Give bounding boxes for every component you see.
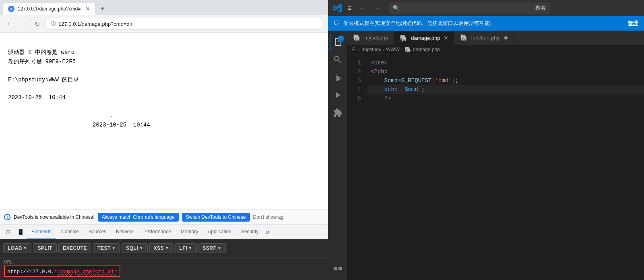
devtools-tab-more[interactable]: » bbox=[263, 228, 272, 236]
devtools-tab-elements[interactable]: Elements bbox=[27, 225, 56, 239]
activity-source-control-icon[interactable] bbox=[330, 69, 346, 85]
restricted-text: 受限模式旨在实现安全地浏览代码。信任此窗口以启用所有功能。 bbox=[343, 20, 625, 27]
activity-run-icon[interactable] bbox=[330, 87, 346, 103]
devtools-tab-security[interactable]: Security bbox=[236, 225, 263, 239]
activity-remote-icon[interactable] bbox=[330, 261, 346, 277]
browser-content: 驱动器 E 中的卷是 ware 卷的序列号是 99E9-E2F5 E:\phps… bbox=[0, 33, 328, 209]
back-btn[interactable]: ← bbox=[4, 18, 15, 29]
vscode-titlebar: ≡ ← → 🔍 搜索 bbox=[328, 0, 644, 16]
dir-output: 驱动器 E 中的卷是 ware 卷的序列号是 99E9-E2F5 E:\phps… bbox=[8, 39, 320, 138]
vscode-search-bar[interactable]: 🔍 搜索 bbox=[389, 2, 550, 14]
activity-badge: 1 bbox=[338, 35, 344, 42]
reload-btn[interactable]: ↻ bbox=[31, 18, 43, 29]
activity-bar: 1 bbox=[328, 31, 347, 280]
tab-php-icon-function: 🐘 bbox=[460, 34, 468, 41]
devtools-icon-inspect[interactable]: ⊡ bbox=[2, 226, 14, 238]
test-btn[interactable]: TEST▼ bbox=[93, 243, 120, 253]
editor-area: 🐘 mysql.php 🐘 damage.php ✕ 🐘 function.ph… bbox=[347, 31, 644, 280]
notify-text: DevTools is now available in Chinese! bbox=[14, 214, 95, 220]
tab-damage-close-btn[interactable]: ✕ bbox=[444, 35, 448, 41]
devtools-tab-application[interactable]: Application bbox=[203, 225, 236, 239]
url-bar: URL http://127.0.0.1/damage.php?cmd=dir bbox=[0, 257, 328, 280]
devtools-tab-network[interactable]: Network bbox=[111, 225, 138, 239]
devtools-tab-performance[interactable]: Performance bbox=[138, 225, 176, 239]
browser-tab-bar: ● 127.0.0.1/damage.php?cmd= ✕ + bbox=[0, 0, 328, 15]
devtools-tab-memory[interactable]: Memory bbox=[176, 225, 203, 239]
lfi-btn[interactable]: LFI▼ bbox=[175, 243, 197, 253]
load-btn[interactable]: LOAD▼ bbox=[3, 243, 31, 253]
restricted-banner: 🛡 受限模式旨在实现安全地浏览代码。信任此窗口以启用所有功能。 管理 bbox=[328, 16, 644, 31]
tab-php-icon-mysql: 🐘 bbox=[353, 34, 361, 41]
code-editor[interactable]: 1 <pre> 2 <?php 3 $cmd=$_REQUEST['cmd'];… bbox=[347, 54, 644, 280]
vscode-back-btn[interactable]: ← bbox=[357, 2, 368, 14]
vscode-forward-btn[interactable]: → bbox=[373, 2, 384, 14]
tab-function-dot bbox=[504, 36, 508, 39]
vscode-search-label: 搜索 bbox=[535, 4, 546, 12]
vscode-main-area: 1 🐘 mysql.php bbox=[328, 31, 644, 280]
svg-rect-0 bbox=[334, 267, 337, 270]
breadcrumb-php-icon: 🐘 bbox=[405, 46, 411, 53]
ssrf-btn[interactable]: SSRF▼ bbox=[198, 243, 226, 253]
always-match-btn[interactable]: Always match Chrome's language bbox=[98, 213, 179, 222]
forward-btn[interactable]: → bbox=[18, 18, 29, 29]
editor-tabs: 🐘 mysql.php 🐘 damage.php ✕ 🐘 function.ph… bbox=[347, 31, 644, 45]
activity-search-icon[interactable] bbox=[330, 52, 346, 68]
tab-mysql-php[interactable]: 🐘 mysql.php bbox=[347, 31, 394, 45]
shield-icon: 🛡 bbox=[334, 20, 340, 27]
url-label: URL bbox=[4, 260, 324, 264]
url-input-text: http://127.0.0.1/damage.php?cmd=dir bbox=[7, 269, 117, 275]
address-text: 127.0.0.1/damage.php?cmd=dir bbox=[58, 21, 132, 27]
dot-marker: . bbox=[109, 112, 113, 119]
new-tab-btn[interactable]: + bbox=[97, 3, 108, 15]
devtools-tabs-bar: ⊡ 📱 Elements Console Sources Network Per… bbox=[0, 225, 328, 239]
active-tab[interactable]: ● 127.0.0.1/damage.php?cmd= ✕ bbox=[3, 3, 95, 15]
restricted-manage-btn[interactable]: 管理 bbox=[628, 20, 638, 27]
tool-buttons-bar: LOAD▼ SPLIT EXECUTE TEST▼ SQLI▼ XSS▼ LFI… bbox=[0, 239, 328, 257]
split-btn[interactable]: SPLIT bbox=[33, 243, 57, 253]
xss-btn[interactable]: XSS▼ bbox=[149, 243, 173, 253]
tab-close-btn[interactable]: ✕ bbox=[85, 6, 90, 12]
code-line-3: 3 $cmd=$_REQUEST['cmd']; bbox=[347, 76, 644, 85]
code-line-4: 4 echo `$cmd`; bbox=[347, 85, 644, 94]
editor-breadcrumb: E: › phpstudy › WWW › 🐘 damage.php bbox=[347, 45, 644, 54]
activity-files-icon[interactable]: 1 bbox=[330, 34, 346, 50]
tab-favicon: ● bbox=[8, 6, 14, 12]
code-line-1: 1 <pre> bbox=[347, 58, 644, 67]
devtools-tab-console[interactable]: Console bbox=[56, 225, 84, 239]
info-icon: i bbox=[4, 214, 10, 220]
address-bar[interactable]: ⓘ 127.0.0.1/damage.php?cmd=dir bbox=[45, 18, 324, 30]
address-lock-icon: ⓘ bbox=[51, 21, 56, 27]
vscode-logo-icon bbox=[333, 3, 343, 13]
tab-title: 127.0.0.1/damage.php?cmd= bbox=[18, 6, 80, 12]
devtools-notification-bar: i DevTools is now available in Chinese! … bbox=[0, 209, 328, 225]
code-line-5: 5 ?> bbox=[347, 94, 644, 103]
svg-rect-1 bbox=[339, 267, 342, 270]
tab-damage-php[interactable]: 🐘 damage.php ✕ bbox=[394, 31, 454, 45]
code-line-2: 2 <?php bbox=[347, 67, 644, 76]
execute-btn[interactable]: EXECUTE bbox=[58, 243, 91, 253]
devtools-icon-device[interactable]: 📱 bbox=[14, 226, 27, 238]
vscode-search-icon: 🔍 bbox=[393, 5, 400, 11]
dont-show-btn[interactable]: Don't show ag bbox=[253, 214, 284, 220]
sqli-btn[interactable]: SQLI▼ bbox=[122, 243, 147, 253]
browser-navbar: ← → ↻ ⓘ 127.0.0.1/damage.php?cmd=dir bbox=[0, 15, 328, 32]
activity-extensions-icon[interactable] bbox=[330, 105, 346, 121]
url-input-wrapper[interactable]: http://127.0.0.1/damage.php?cmd=dir bbox=[4, 265, 120, 277]
devtools-tab-sources[interactable]: Sources bbox=[84, 225, 111, 239]
switch-chinese-btn[interactable]: Switch DevTools to Chinese bbox=[182, 213, 250, 222]
tab-function-php[interactable]: 🐘 function.php bbox=[454, 31, 514, 45]
vscode-menu-icon[interactable]: ≡ bbox=[347, 4, 352, 12]
tab-php-icon-damage: 🐘 bbox=[400, 34, 408, 42]
